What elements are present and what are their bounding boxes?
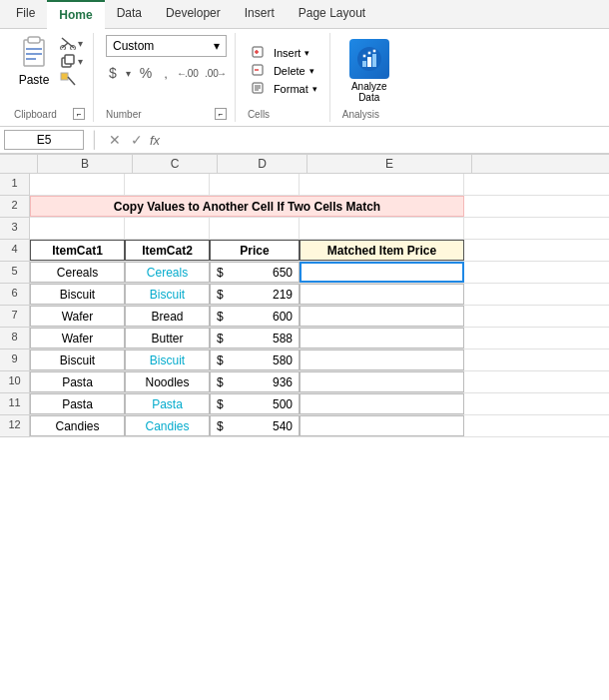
increase-decimal-button[interactable]: .00 → [205,65,227,81]
dollar-arrow[interactable]: ▾ [126,68,131,79]
row-header-9[interactable]: 9 [0,350,30,371]
format-button[interactable]: Format ▾ [248,81,321,97]
row-header-2[interactable]: 2 [0,196,30,218]
row-header-1[interactable]: 1 [0,174,30,196]
cell-c11[interactable]: Pasta [125,393,210,414]
confirm-formula-icon[interactable]: ✓ [128,132,146,148]
cell-b7[interactable]: Wafer [30,306,125,327]
cell-e5[interactable] [300,262,464,283]
cell-e9[interactable] [300,350,464,370]
cell-b3[interactable] [30,218,125,239]
cell-d5[interactable]: $650 [210,262,300,283]
cell-e6[interactable] [300,284,464,305]
row-header-12[interactable]: 12 [0,415,30,437]
format-arrow[interactable]: ▾ [312,84,317,94]
tab-home[interactable]: Home [47,0,104,29]
cell-d11[interactable]: $500 [210,393,300,414]
col-header-c[interactable]: C [133,155,218,173]
row-header-3[interactable]: 3 [0,218,30,240]
cell-b2[interactable]: Copy Values to Another Cell If Two Cells… [30,196,464,217]
paste-button[interactable]: Paste [14,35,54,89]
name-box[interactable] [4,130,84,150]
number-format-dropdown[interactable]: Custom ▾ [106,35,227,57]
insert-button[interactable]: Insert ▾ [248,45,321,61]
svg-rect-1 [28,37,40,43]
cell-d10[interactable]: $936 [210,371,300,392]
insert-arrow[interactable]: ▾ [304,48,309,58]
row-header-10[interactable]: 10 [0,371,30,393]
format-painter-button[interactable] [58,71,85,87]
cancel-formula-icon[interactable]: ✕ [106,132,124,148]
analyze-data-button[interactable]: AnalyzeData [345,35,393,107]
cell-c5[interactable]: Cereals [125,262,210,283]
cell-d9[interactable]: $580 [210,350,300,370]
cell-b6[interactable]: Biscuit [30,284,125,305]
cell-b5[interactable]: Cereals [30,262,125,283]
cell-c12[interactable]: Candies [125,415,210,436]
cell-e8[interactable] [300,328,464,349]
cell-b1[interactable] [30,174,125,195]
header-itemcat2[interactable]: ItemCat2 [125,240,210,261]
decrease-decimal-button[interactable]: ← .00 [177,65,199,81]
cell-e10[interactable] [300,371,464,392]
cell-e3[interactable] [300,218,464,239]
row-header-7[interactable]: 7 [0,306,30,328]
cell-b10[interactable]: Pasta [30,371,125,392]
row-header-6[interactable]: 6 [0,284,30,306]
cell-value: Candies [55,419,99,433]
cut-button[interactable]: ▾ [58,35,85,51]
ribbon: File Home Data Developer Insert Page Lay… [0,0,609,127]
col-header-e[interactable]: E [307,155,472,173]
comma-button[interactable]: , [161,66,171,81]
cell-d6[interactable]: $219 [210,284,300,305]
cell-b12[interactable]: Candies [30,415,125,436]
delete-arrow[interactable]: ▾ [309,66,314,76]
cell-e12[interactable] [300,415,464,436]
tab-page-layout[interactable]: Page Layout [287,0,377,28]
cells-buttons: Insert ▾ Delete ▾ [248,45,321,97]
cell-b9[interactable]: Biscuit [30,350,125,370]
cell-e7[interactable] [300,306,464,327]
header-itemcat1[interactable]: ItemCat1 [30,240,125,261]
cell-b11[interactable]: Pasta [30,393,125,414]
cell-value: 600 [273,310,293,324]
header-price[interactable]: Price [210,240,300,261]
format-cells-icon [252,82,270,96]
cell-d3[interactable] [210,218,300,239]
cell-d7[interactable]: $600 [210,306,300,327]
tab-developer[interactable]: Developer [154,0,233,28]
cell-c3[interactable] [125,218,210,239]
clipboard-small-buttons: ▾ ▾ [58,35,85,87]
grid: Copy Values to Another Cell If Two Cells… [30,174,609,437]
dollar-button[interactable]: $ [106,65,120,81]
copy-button[interactable]: ▾ [58,53,85,69]
col-header-b[interactable]: B [38,155,133,173]
tab-data[interactable]: Data [105,0,154,28]
tab-file[interactable]: File [4,0,47,28]
cell-d12[interactable]: $540 [210,415,300,436]
cell-b8[interactable]: Wafer [30,328,125,349]
header-matched-price[interactable]: Matched Item Price [300,240,464,261]
cell-d1[interactable] [210,174,300,195]
percent-button[interactable]: % [137,65,155,81]
cell-c10[interactable]: Noodles [125,371,210,392]
clipboard-expand[interactable]: ⌐ [73,108,85,120]
cell-c8[interactable]: Butter [125,328,210,349]
tab-insert[interactable]: Insert [233,0,287,28]
number-expand[interactable]: ⌐ [215,108,227,120]
cell-e11[interactable] [300,393,464,414]
cell-c1[interactable] [125,174,210,195]
row-header-8[interactable]: 8 [0,328,30,350]
cell-d8[interactable]: $588 [210,328,300,349]
cell-c6[interactable]: Biscuit [125,284,210,305]
row-header-11[interactable]: 11 [0,393,30,415]
increase-decimal-icon: .00 → [205,65,227,79]
cell-c9[interactable]: Biscuit [125,350,210,370]
cell-e1[interactable] [300,174,464,195]
row-header-4[interactable]: 4 [0,240,30,262]
col-header-d[interactable]: D [218,155,307,173]
row-header-5[interactable]: 5 [0,262,30,284]
delete-button[interactable]: Delete ▾ [248,63,321,79]
formula-input[interactable] [164,131,605,149]
cell-c7[interactable]: Bread [125,306,210,327]
